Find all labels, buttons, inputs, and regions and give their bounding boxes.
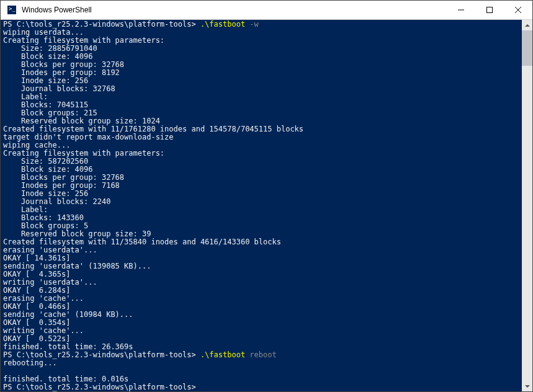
output-line: erasing 'userdata'... <box>3 246 97 254</box>
output-line: writing 'cache'... <box>3 326 84 335</box>
output-line: sending 'cache' (10984 KB)... <box>3 310 133 319</box>
scroll-up-button[interactable] <box>522 20 532 30</box>
terminal-output[interactable]: PS C:\tools_r25.2.3-windows\platform-too… <box>1 20 532 391</box>
output-line: Reserved block group size: 1024 <box>3 117 160 125</box>
output-line: target didn't report max-download-size <box>3 133 174 141</box>
scroll-down-button[interactable] <box>522 381 532 391</box>
output-line: OKAY [ 0.522s] <box>3 334 70 343</box>
output-line: wiping userdata... <box>3 28 84 37</box>
output-line: finished. total time: 26.369s <box>3 342 133 351</box>
prompt-line: PS C:\tools_r25.2.3-windows\platform-too… <box>3 383 196 391</box>
output-line: Inodes per group: 7168 <box>3 181 120 190</box>
output-line: sending 'userdata' (139085 KB)... <box>3 262 151 270</box>
svg-marker-5 <box>525 385 530 388</box>
output-line: wiping cache... <box>3 141 70 149</box>
output-line: rebooting... <box>3 359 57 367</box>
output-line: Label: <box>3 205 48 214</box>
minimize-button[interactable] <box>447 1 475 19</box>
output-line: OKAY [ 6.284s] <box>3 286 70 295</box>
output-line: Size: 28856791040 <box>3 44 97 53</box>
output-line: Block groups: 5 <box>3 221 88 230</box>
output-line: Created filesystem with 11/1761280 inode… <box>3 125 303 133</box>
scrollbar-track[interactable] <box>522 30 532 381</box>
output-line: Creating filesystem with parameters: <box>3 149 164 158</box>
close-button[interactable] <box>504 1 532 19</box>
output-line: OKAY [ 0.354s] <box>3 318 70 327</box>
output-line: Journal blocks: 32768 <box>3 84 115 93</box>
window-controls <box>447 1 532 19</box>
output-line: Label: <box>3 92 48 101</box>
output-line: Blocks: 143360 <box>3 213 84 222</box>
output-line: Reserved block group size: 39 <box>3 229 151 238</box>
output-line: Inodes per group: 8192 <box>3 68 120 77</box>
output-line: Block size: 4096 <box>3 165 93 174</box>
powershell-icon <box>7 5 17 15</box>
output-line: Size: 587202560 <box>3 157 88 166</box>
output-line: Blocks per group: 32768 <box>3 60 124 69</box>
output-line: Blocks: 7045115 <box>3 100 88 109</box>
output-line: Created filesystem with 11/35840 inodes … <box>3 238 281 246</box>
output-line: OKAY [ 0.466s] <box>3 302 70 311</box>
output-line: erasing 'cache'... <box>3 294 84 303</box>
output-line: Blocks per group: 32768 <box>3 173 124 182</box>
scrollbar-thumb[interactable] <box>522 30 532 66</box>
window-title: Windows PowerShell <box>22 6 447 14</box>
output-line: Inode size: 256 <box>3 189 88 198</box>
output-line: Inode size: 256 <box>3 76 88 85</box>
output-line: writing 'userdata'... <box>3 278 97 287</box>
output-line: Block size: 4096 <box>3 52 93 61</box>
svg-rect-1 <box>487 7 493 13</box>
prompt-line: PS C:\tools_r25.2.3-windows\platform-too… <box>3 350 277 359</box>
output-line: Creating filesystem with parameters: <box>3 36 164 45</box>
svg-marker-4 <box>525 24 530 27</box>
vertical-scrollbar[interactable] <box>522 20 532 391</box>
terminal-area[interactable]: PS C:\tools_r25.2.3-windows\platform-too… <box>1 20 532 391</box>
output-line: OKAY [ 14.361s] <box>3 254 70 262</box>
prompt-line: PS C:\tools_r25.2.3-windows\platform-too… <box>3 20 259 29</box>
output-line: Journal blocks: 2240 <box>3 197 110 206</box>
output-line: finished. total time: 0.016s <box>3 375 128 383</box>
maximize-button[interactable] <box>475 1 504 19</box>
output-line: OKAY [ 4.365s] <box>3 270 70 278</box>
window-titlebar: Windows PowerShell <box>1 1 532 20</box>
output-line: Block groups: 215 <box>3 109 97 117</box>
